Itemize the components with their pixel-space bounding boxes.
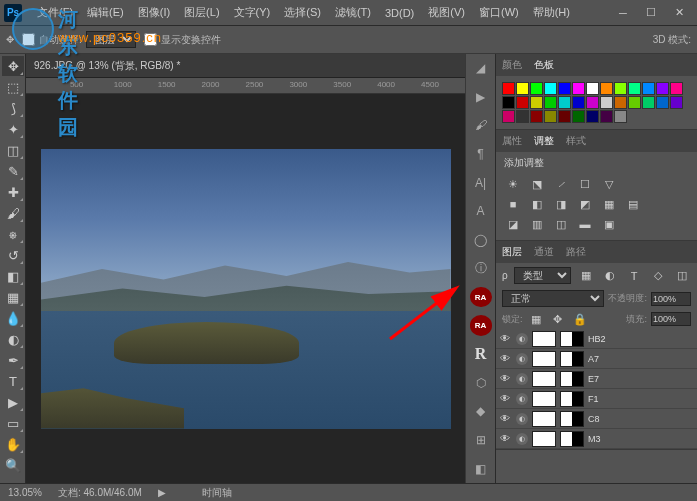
shape-tool[interactable]: ▭ [2,413,24,433]
status-zoom[interactable]: 13.05% [8,487,42,498]
swatch[interactable] [544,110,557,123]
layer-filter-kind[interactable]: 类型 [514,267,571,284]
layer-row[interactable]: 👁◐HB2 [496,329,697,349]
adj-posterize-icon[interactable]: ▥ [528,216,546,232]
adj-curves-icon[interactable]: ⟋ [552,176,570,192]
swatch[interactable] [656,82,669,95]
filter-smart-icon[interactable]: ◫ [673,268,691,284]
adj-photo-filter-icon[interactable]: ◩ [576,196,594,212]
adj-bw-icon[interactable]: ◨ [552,196,570,212]
swatch[interactable] [628,96,641,109]
swatch[interactable] [502,82,515,95]
layer-row[interactable]: 👁◐F1 [496,389,697,409]
adj-mixer-icon[interactable]: ▦ [600,196,618,212]
adj-invert-icon[interactable]: ◪ [504,216,522,232]
layer-row[interactable]: 👁◐C8 [496,409,697,429]
adj-hue-icon[interactable]: ■ [504,196,522,212]
document-tab[interactable]: 926.JPG @ 13% (背景, RGB/8) * [34,59,180,73]
swatch[interactable] [642,82,655,95]
swatch[interactable] [670,96,683,109]
status-doc[interactable]: 文档: 46.0M/46.0M [58,486,142,500]
adj-exposure-icon[interactable]: ☐ [576,176,594,192]
menu-filter[interactable]: 滤镜(T) [328,1,378,24]
swatch[interactable] [572,96,585,109]
swatch[interactable] [572,110,585,123]
visibility-icon[interactable]: 👁 [500,413,512,424]
swatch[interactable] [572,82,585,95]
tab-swatches[interactable]: 色板 [534,58,554,72]
swatch[interactable] [558,96,571,109]
layer-row[interactable]: 👁◐A7 [496,349,697,369]
filter-adjust-icon[interactable]: ◐ [601,268,619,284]
dock-cube-icon[interactable]: ◆ [470,401,492,422]
status-timeline[interactable]: 时间轴 [202,486,232,500]
dock-info-icon[interactable]: ⓘ [470,258,492,279]
swatch[interactable] [516,82,529,95]
dock-play-icon[interactable]: ▶ [470,87,492,108]
menu-file[interactable]: 文件(F) [30,1,80,24]
window-minimize[interactable]: ─ [609,3,637,23]
adj-vibrance-icon[interactable]: ▽ [600,176,618,192]
zoom-tool[interactable]: 🔍 [2,455,24,475]
swatch[interactable] [544,96,557,109]
filter-pixel-icon[interactable]: ▦ [577,268,595,284]
path-select-tool[interactable]: ▶ [2,392,24,412]
swatch[interactable] [586,96,599,109]
tab-color[interactable]: 颜色 [502,58,522,72]
menu-edit[interactable]: 编辑(E) [80,1,131,24]
adj-levels-icon[interactable]: ⬔ [528,176,546,192]
dock-grid-icon[interactable]: ⊞ [470,430,492,451]
adj-balance-icon[interactable]: ◧ [528,196,546,212]
crop-tool[interactable]: ◫ [2,140,24,160]
stamp-tool[interactable]: ⎈ [2,224,24,244]
visibility-icon[interactable]: 👁 [500,353,512,364]
swatch[interactable] [516,110,529,123]
history-brush-tool[interactable]: ↺ [2,245,24,265]
swatch[interactable] [530,82,543,95]
swatch[interactable] [670,82,683,95]
menu-image[interactable]: 图像(I) [131,1,177,24]
dock-histogram-icon[interactable]: ◢ [470,58,492,79]
tab-layers[interactable]: 图层 [502,245,522,259]
swatch[interactable] [586,82,599,95]
adj-selective-icon[interactable]: ▣ [600,216,618,232]
blend-mode-select[interactable]: 正常 [502,290,604,307]
swatch[interactable] [558,110,571,123]
magic-wand-tool[interactable]: ✦ [2,119,24,139]
eraser-tool[interactable]: ◧ [2,266,24,286]
swatch[interactable] [600,82,613,95]
adj-brightness-icon[interactable]: ☀ [504,176,522,192]
tab-adjustments[interactable]: 调整 [534,134,554,148]
window-close[interactable]: ✕ [665,3,693,23]
fill-input[interactable] [651,312,691,326]
auto-select-dropdown[interactable]: 图层 [86,31,136,48]
dock-ra1-icon[interactable]: RA [470,287,492,308]
adj-lookup-icon[interactable]: ▤ [624,196,642,212]
swatch[interactable] [502,110,515,123]
swatch[interactable] [516,96,529,109]
swatch[interactable] [558,82,571,95]
pen-tool[interactable]: ✒ [2,350,24,370]
visibility-icon[interactable]: 👁 [500,433,512,444]
filter-type-icon[interactable]: T [625,268,643,284]
visibility-icon[interactable]: 👁 [500,373,512,384]
dock-3d-icon[interactable]: ⬡ [470,373,492,394]
menu-3d[interactable]: 3D(D) [378,3,421,23]
dodge-tool[interactable]: ◐ [2,329,24,349]
swatch[interactable] [586,110,599,123]
menu-window[interactable]: 窗口(W) [472,1,526,24]
canvas-image[interactable] [41,149,451,429]
healing-tool[interactable]: ✚ [2,182,24,202]
swatch[interactable] [530,96,543,109]
swatch[interactable] [614,110,627,123]
menu-view[interactable]: 视图(V) [421,1,472,24]
swatch[interactable] [614,96,627,109]
swatch[interactable] [628,82,641,95]
layer-row[interactable]: 👁◐M3 [496,429,697,449]
dock-character-icon[interactable]: A| [470,172,492,193]
opacity-input[interactable] [651,292,691,306]
dock-brush-icon[interactable]: 🖌 [470,115,492,136]
show-transform-checkbox[interactable] [144,33,157,46]
filter-shape-icon[interactable]: ◇ [649,268,667,284]
lock-pixels-icon[interactable]: ▦ [527,311,545,327]
